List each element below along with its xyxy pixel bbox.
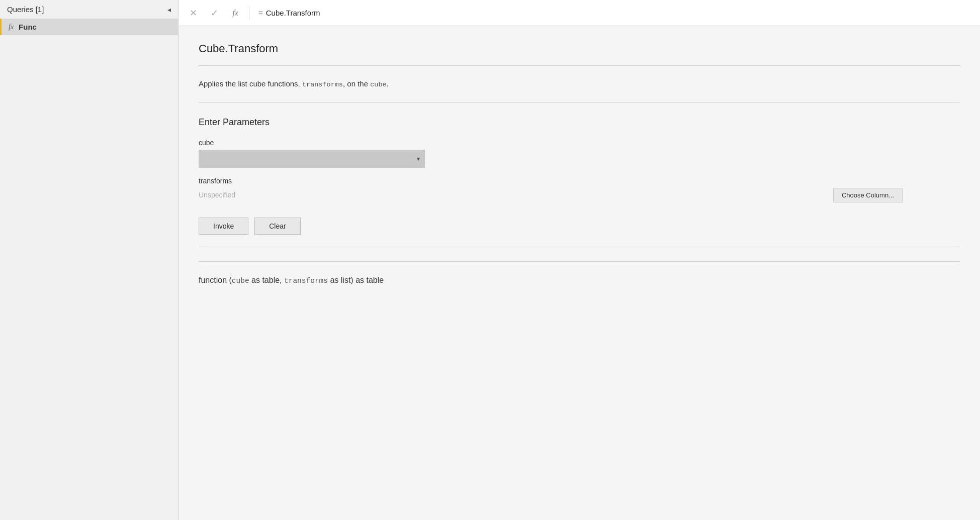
formula-bar: ✕ ✓ fx = Cube.Transform xyxy=(179,0,980,26)
param-group-transforms: transforms Unspecified Choose Column... xyxy=(199,177,960,202)
sidebar-header: Queries [1] ◂ xyxy=(0,0,178,19)
function-signature-section: function (cube as table, transforms as l… xyxy=(199,261,960,287)
formula-fx-button[interactable]: fx xyxy=(226,4,245,23)
content-area: Cube.Transform Applies the list cube fun… xyxy=(179,26,980,520)
sidebar: Queries [1] ◂ fx Func xyxy=(0,0,179,520)
cancel-icon: ✕ xyxy=(190,8,197,19)
invoke-button[interactable]: Invoke xyxy=(199,218,248,235)
sidebar-item-label: Func xyxy=(19,23,37,31)
param-dropdown-cube[interactable]: ▾ xyxy=(199,150,425,168)
choose-column-button[interactable]: Choose Column... xyxy=(833,188,903,202)
formula-equals-sign: = xyxy=(258,9,263,17)
sidebar-item-func[interactable]: fx Func xyxy=(0,19,178,35)
sig-middle1: as table, xyxy=(249,276,284,284)
function-signature: function (cube as table, transforms as l… xyxy=(199,274,960,287)
parameters-title: Enter Parameters xyxy=(199,117,960,128)
param-label-transforms: transforms xyxy=(199,177,960,185)
description-prefix: Applies the list cube functions, xyxy=(199,79,302,88)
sig-prefix: function ( xyxy=(199,276,232,284)
fx-formula-icon: fx xyxy=(232,9,238,18)
sidebar-collapse-button[interactable]: ◂ xyxy=(167,6,171,14)
formula-cancel-button[interactable]: ✕ xyxy=(184,4,203,23)
transforms-row: Unspecified Choose Column... xyxy=(199,188,903,202)
parameters-section: Enter Parameters cube ▾ transforms Unspe… xyxy=(199,117,960,247)
collapse-icon: ◂ xyxy=(167,6,171,14)
formula-expression: Cube.Transform xyxy=(266,9,320,17)
sig-middle2: as list) as table xyxy=(328,276,384,284)
dropdown-arrow-cube: ▾ xyxy=(417,155,420,162)
confirm-icon: ✓ xyxy=(211,8,218,19)
function-title: Cube.Transform xyxy=(199,42,960,66)
description-suffix: . xyxy=(387,79,389,88)
sig-code1: cube xyxy=(232,277,249,285)
formula-input-area[interactable]: = Cube.Transform xyxy=(253,9,975,17)
sidebar-title: Queries [1] xyxy=(7,5,44,14)
main-area: ✕ ✓ fx = Cube.Transform Cube.Transform A… xyxy=(179,0,980,520)
formula-confirm-button[interactable]: ✓ xyxy=(205,4,224,23)
description-section: Applies the list cube functions, transfo… xyxy=(199,78,960,103)
description-code1: transforms xyxy=(302,81,343,88)
description-text: Applies the list cube functions, transfo… xyxy=(199,79,389,88)
formula-divider xyxy=(249,6,249,20)
description-middle: , on the xyxy=(343,79,370,88)
param-label-cube: cube xyxy=(199,139,960,147)
clear-button[interactable]: Clear xyxy=(254,218,300,235)
param-unspecified-transforms: Unspecified xyxy=(199,191,235,199)
sig-code2: transforms xyxy=(284,277,328,285)
fx-icon: fx xyxy=(9,23,14,31)
description-code2: cube xyxy=(370,81,386,88)
action-buttons: Invoke Clear xyxy=(199,218,960,235)
param-group-cube: cube ▾ xyxy=(199,139,960,168)
